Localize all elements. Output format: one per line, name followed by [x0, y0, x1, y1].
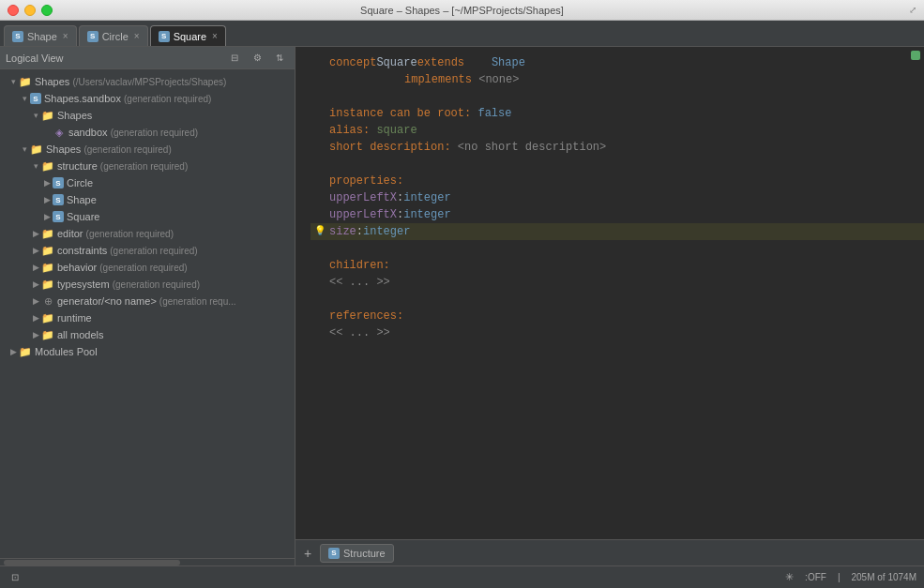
kw-upperLeftX-2: upperLeftX: [329, 206, 397, 223]
bottom-tab-structure-label: Structure: [343, 548, 386, 559]
tree-item-modules-pool[interactable]: ▶ 📁 Modules Pool: [0, 343, 295, 360]
typesystem-icon: 📁: [41, 278, 54, 291]
modules-pool-label: Modules Pool: [35, 346, 98, 357]
lightbulb-icon[interactable]: 💡: [314, 223, 326, 240]
sandbox-leaf-label: sandbox (generation required): [68, 127, 198, 138]
tab-shape[interactable]: S Shape ×: [4, 25, 77, 46]
sp3: [472, 71, 478, 88]
sp4: [471, 105, 477, 122]
sidebar-toolbar-btn-3[interactable]: ⇅: [270, 49, 289, 68]
sp6: [451, 139, 458, 156]
tree-item-editor[interactable]: ▶ 📁 editor (generation required): [0, 225, 295, 242]
arrow-shapes-root: ▾: [8, 77, 19, 86]
tab-square[interactable]: S Square ×: [150, 25, 226, 46]
kw-alias: alias:: [329, 122, 370, 139]
status-mem: 205M of 1074M: [852, 572, 917, 582]
tab-square-label: Square: [174, 31, 206, 42]
tree-item-sandbox-leaf[interactable]: ◈ sandbox (generation required): [0, 124, 295, 141]
shapes-gen-label: Shapes (generation required): [46, 143, 172, 155]
status-memory-label: 205M of 1074M: [852, 572, 917, 582]
window-controls: [8, 5, 53, 16]
sidebar: Logical View ⊟ ⚙ ⇅ ▾ 📁 Shapes (/Users/va…: [0, 47, 295, 565]
main-layout: Logical View ⊟ ⚙ ⇅ ▾ 📁 Shapes (/Users/va…: [0, 47, 924, 565]
tree-item-circle[interactable]: ▶ S Circle: [0, 174, 295, 191]
tree-item-structure[interactable]: ▾ 📁 structure (generation required): [0, 158, 295, 174]
arrow-all-models: ▶: [30, 330, 41, 339]
tree-item-typesystem[interactable]: ▶ 📁 typesystem (generation required): [0, 276, 295, 293]
sidebar-toolbar-btn-2[interactable]: ⚙: [248, 49, 266, 68]
editor-tab-bar: S Shape × S Circle × S Square ×: [0, 21, 924, 47]
editor-line-6: short description: <no short description…: [311, 139, 924, 156]
behavior-icon: 📁: [41, 261, 54, 274]
sp5: [370, 122, 376, 139]
editor-line-16: references:: [311, 308, 924, 324]
tree-item-shapes-gen[interactable]: ▾ 📁 Shapes (generation required): [0, 141, 295, 158]
editor-line-3: [311, 88, 924, 105]
editor-line-10: upperLeftX : integer: [311, 206, 924, 223]
kw-upperLeftX-1: upperLeftX: [329, 189, 397, 206]
tree-item-shape[interactable]: ▶ S Shape: [0, 191, 295, 208]
kw-square-val: square: [376, 122, 417, 139]
kw-children-empty: << ... >>: [329, 274, 390, 291]
arrow-modules-pool: ▶: [8, 347, 19, 356]
kw-implements: implements: [404, 71, 472, 88]
behavior-label: behavior (generation required): [57, 262, 188, 273]
editor-line-12: [311, 240, 924, 257]
kw-shape: Shape: [492, 54, 525, 71]
sp9: :: [397, 189, 403, 206]
tab-circle-close[interactable]: ×: [134, 31, 140, 41]
minimize-button[interactable]: [24, 5, 36, 16]
tree-item-runtime[interactable]: ▶ 📁 runtime: [0, 309, 295, 326]
status-left-icon: ⊡: [11, 572, 19, 582]
bottom-tab-structure-icon: S: [328, 548, 340, 559]
sidebar-toolbar-btn-1[interactable]: ⊟: [225, 49, 244, 68]
close-button[interactable]: [8, 5, 19, 16]
editor-line-14: << ... >>: [311, 274, 924, 291]
structure-label: structure (generation required): [57, 160, 188, 172]
tree-item-behavior[interactable]: ▶ 📁 behavior (generation required): [0, 259, 295, 276]
editor-line-7: [311, 156, 924, 173]
tree-item-generator[interactable]: ▶ ⊕ generator/<no name> (generation requ…: [0, 293, 295, 309]
tree-item-shapes-root[interactable]: ▾ 📁 Shapes (/Users/vaclav/MPSProjects/Sh…: [0, 73, 295, 90]
tree-item-constraints[interactable]: ▶ 📁 constraints (generation required): [0, 242, 295, 259]
editor-line-5: alias: square: [311, 122, 924, 139]
all-models-label: all models: [57, 329, 104, 340]
expand-icon[interactable]: ⤢: [909, 5, 916, 15]
kw-children: children:: [329, 257, 390, 274]
add-tab-button[interactable]: +: [299, 545, 316, 562]
tree-item-shapes-sandbox[interactable]: ▾ S Shapes.sandbox (generation required): [0, 90, 295, 107]
structure-icon: 📁: [41, 159, 54, 173]
generator-icon: ⊕: [41, 294, 54, 308]
window-title: Square – Shapes – [~/MPSProjects/Shapes]: [360, 5, 564, 16]
maximize-button[interactable]: [41, 5, 53, 16]
tree-item-shapes-folder[interactable]: ▾ 📁 Shapes: [0, 107, 295, 124]
shapes-root-icon: 📁: [19, 75, 32, 88]
bottom-tab-structure[interactable]: S Structure: [320, 544, 394, 563]
kw-none: <none>: [478, 71, 519, 88]
sp10: :: [397, 206, 403, 223]
shapes-sandbox-label: Shapes.sandbox (generation required): [44, 93, 211, 104]
square-icon: S: [53, 211, 64, 222]
status-icon-left: ⊡: [8, 570, 23, 585]
status-spinner: ✳: [785, 571, 794, 583]
generator-label: generator/<no name> (generation requ...: [57, 295, 236, 307]
kw-concept: concept: [329, 54, 376, 71]
editor-line-1: concept Square extends Shape: [311, 54, 924, 71]
tree-item-all-models[interactable]: ▶ 📁 all models: [0, 326, 295, 343]
sidebar-header: Logical View ⊟ ⚙ ⇅: [0, 47, 295, 69]
tab-circle[interactable]: S Circle ×: [79, 25, 148, 46]
modules-pool-icon: 📁: [19, 345, 32, 358]
kw-square: Square: [376, 54, 417, 71]
typesystem-label: typesystem (generation required): [57, 279, 200, 290]
editor-content[interactable]: concept Square extends Shape implements …: [295, 47, 924, 539]
kw-extends: extends: [417, 54, 464, 71]
sp1: [464, 54, 492, 71]
shapes-sandbox-icon: S: [30, 93, 41, 104]
tab-shape-close[interactable]: ×: [63, 31, 68, 41]
tab-square-close[interactable]: ×: [212, 31, 218, 41]
arrow-shapes-sandbox: ▾: [19, 94, 30, 103]
tree-item-square[interactable]: ▶ S Square: [0, 208, 295, 225]
arrow-behavior: ▶: [30, 263, 41, 272]
sandbox-leaf-icon: ◈: [53, 126, 66, 139]
kw-integer-3: integer: [363, 223, 410, 240]
